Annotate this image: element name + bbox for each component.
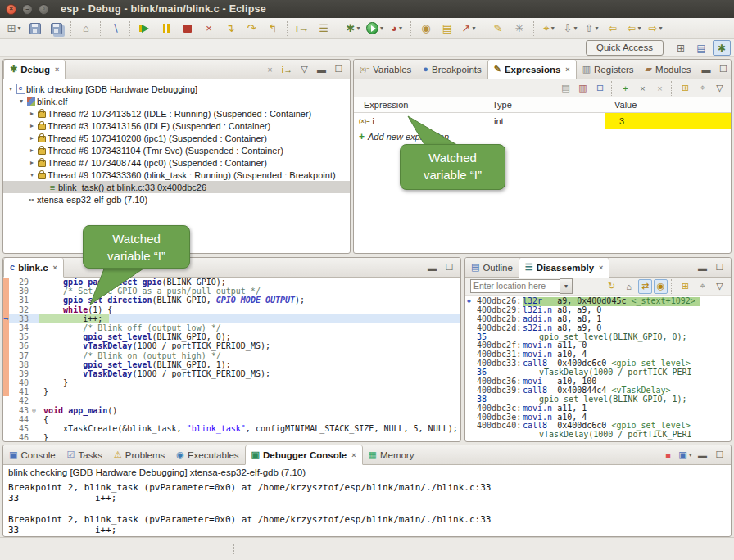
code-line-32[interactable]: 32 while(1) { [3, 305, 460, 314]
window-maximize-button[interactable]: ▫ [39, 4, 49, 15]
tab-executables[interactable]: ◉Executables [170, 445, 244, 464]
combo-dropdown-icon[interactable]: ▾ [560, 278, 573, 294]
dropdown-arrow-icon[interactable]: ▾ [573, 25, 577, 32]
disassembly-listing[interactable]: ◆400dbc26:l32r a9, 0x400d045c <_stext+10… [465, 296, 731, 440]
remove-all-terminated-button[interactable]: × [262, 62, 278, 77]
code-line-35[interactable]: 35 gpio_set_level(BLINK_GPIO, 0); [3, 332, 460, 341]
code-line-40[interactable]: 40 } [3, 378, 460, 387]
code-line-43[interactable]: 43⊖void app_main() [3, 406, 460, 415]
close-tab-icon[interactable]: × [351, 451, 356, 459]
tab-memory[interactable]: ▦Memory [363, 445, 420, 464]
tree-expander-icon[interactable]: ▾ [17, 97, 25, 105]
debug-tree-item[interactable]: ▾Thread #9 1073433360 (blink_task : Runn… [3, 169, 350, 181]
debug-tree-item[interactable]: ▸Thread #5 1073410208 (ipc1) (Suspended … [3, 132, 350, 144]
code-line-33[interactable]: →33 i++; [3, 314, 460, 323]
remove-expression-button[interactable]: × [635, 81, 650, 96]
window-minimize-button[interactable]: – [22, 4, 33, 15]
step-over-button[interactable]: ↷ [242, 20, 261, 38]
tab-tasks[interactable]: ☑Tasks [61, 445, 108, 464]
debug-tree-item[interactable]: ▸Thread #7 1073408744 (ipc0) (Suspended … [3, 156, 350, 169]
minimize-button[interactable]: ▬ [314, 62, 329, 77]
refresh-button[interactable]: ↻ [604, 279, 619, 294]
dropdown-arrow-icon[interactable]: ▾ [659, 25, 662, 32]
format-button[interactable]: ✎ [488, 20, 508, 38]
minimize-button[interactable]: ▬ [695, 260, 710, 275]
code-line-39[interactable]: 39 vTaskDelay(1000 / portTICK_PERIOD_MS)… [3, 369, 460, 378]
code-line-36[interactable]: 36 vTaskDelay(1000 / portTICK_PERIOD_MS)… [3, 341, 460, 350]
dropdown-arrow-icon[interactable]: ▾ [472, 25, 475, 32]
pin-view-button[interactable]: ⌖ [695, 81, 710, 96]
location-combo[interactable]: Enter location here▾ [470, 278, 573, 294]
new-view-button[interactable]: ⊞ [677, 81, 693, 96]
forward-button[interactable]: ⇨▾ [646, 20, 665, 38]
code-line-31[interactable]: 31 gpio_set_direction(BLINK_GPIO, GPIO_M… [3, 296, 460, 305]
code-line-29[interactable]: 29 gpio_pad_select_gpio(BLINK_GPIO); [3, 278, 460, 287]
debug-tree-item[interactable]: ▸Thread #3 1073413156 (IDLE) (Suspended … [3, 120, 350, 132]
view-menu-button[interactable]: ▽ [712, 279, 727, 294]
code-editor[interactable]: 29 gpio_pad_select_gpio(BLINK_GPIO);30 /… [3, 278, 460, 442]
link-view-button[interactable]: ⌖ [695, 279, 710, 294]
show-logical-structures-button[interactable]: ▥ [575, 81, 591, 96]
add-expression-button[interactable]: + [618, 81, 633, 96]
fold-marker-icon[interactable]: ⊖ [32, 406, 39, 415]
remove-all-expressions-button[interactable]: × [652, 81, 668, 96]
expression-value[interactable]: 3 [605, 113, 731, 129]
sync-active-context-button[interactable]: ⇄ [638, 279, 652, 294]
close-tab-icon[interactable]: × [599, 264, 603, 272]
maximize-button[interactable]: ☐ [716, 62, 732, 77]
maximize-button[interactable]: ☐ [712, 260, 727, 275]
skip-all-breakpoints-button[interactable]: ∖ [106, 20, 125, 38]
tab-expressions[interactable]: ✎Expressions× [487, 60, 577, 79]
quick-access-button[interactable]: Quick Access [586, 40, 664, 56]
debug-button[interactable]: ✱▾ [343, 20, 363, 38]
back-button[interactable]: ⇦▾ [624, 20, 644, 38]
terminate-button[interactable] [178, 20, 197, 38]
debug-perspective-button[interactable]: ✱ [713, 40, 731, 56]
console-output[interactable]: Breakpoint 2, blink_task (pvParameter=0x… [3, 480, 731, 535]
run-button[interactable]: ▾ [365, 20, 385, 38]
tree-expander-icon[interactable]: ▸ [28, 134, 36, 142]
code-line-41[interactable]: 41} [3, 387, 460, 396]
suspend-button[interactable] [156, 20, 176, 38]
new-view-button[interactable]: ⊞ [677, 279, 693, 294]
dropdown-arrow-icon[interactable]: ▾ [689, 451, 692, 458]
disasm-instruction[interactable]: 400dbc3c:movi.n a11, 1 [465, 404, 731, 413]
tab-debugger-console[interactable]: ▣Debugger Console× [245, 445, 363, 465]
column-expression[interactable]: Expression [354, 100, 483, 110]
code-line-42[interactable]: 42 [3, 396, 460, 405]
dropdown-arrow-icon[interactable]: ▾ [595, 25, 598, 32]
column-divider[interactable] [605, 96, 605, 253]
tab-console[interactable]: ▣Console [3, 445, 61, 464]
code-line-44[interactable]: 44{ [3, 415, 460, 424]
view-menu-button[interactable]: ▽ [712, 81, 727, 96]
add-expression-row[interactable]: +Add new expression [354, 129, 731, 144]
tab-modules[interactable]: ▰Modules [640, 60, 697, 79]
tab-breakpoints[interactable]: ●Breakpoints [417, 60, 487, 79]
save-all-button[interactable] [47, 20, 66, 38]
tab-outline[interactable]: ▤Outline [465, 258, 519, 277]
code-line-38[interactable]: 38 gpio_set_level(BLINK_GPIO, 1); [3, 360, 460, 369]
code-line-46[interactable]: 46} [3, 433, 460, 442]
dropdown-arrow-icon[interactable]: ▾ [380, 25, 383, 32]
maximize-button[interactable]: ☐ [442, 260, 457, 275]
tree-expander-icon[interactable]: ▸ [28, 110, 36, 117]
code-line-45[interactable]: 45 xTaskCreate(&blink_task, "blink_task"… [3, 424, 460, 433]
minimize-button[interactable]: ▬ [424, 260, 440, 275]
instruction-stepping-mode-button[interactable]: i→ [279, 62, 295, 77]
disconnect-button[interactable]: × [199, 20, 219, 38]
debug-tree-item[interactable]: ▸Thread #6 1073431104 (Tmr Svc) (Suspend… [3, 144, 350, 156]
build-button[interactable]: ⌂ [76, 20, 96, 38]
tab-problems[interactable]: ⚠Problems [108, 445, 170, 464]
tab-registers[interactable]: ▥Registers [577, 60, 640, 79]
dropdown-arrow-icon[interactable]: ▾ [17, 25, 20, 32]
display-selected-console-button[interactable]: ▣▾ [677, 448, 693, 463]
tree-expander-icon[interactable]: ▸ [28, 122, 36, 129]
close-tab-icon[interactable]: × [565, 65, 569, 74]
minimize-button[interactable]: ▬ [695, 448, 710, 463]
open-perspective-button[interactable]: ⊞ [672, 40, 690, 56]
expression-row[interactable]: (x)=iint3 [354, 113, 731, 129]
launch-wizard-button[interactable]: ↗▾ [459, 20, 478, 38]
tree-expander-icon[interactable]: ▾ [7, 85, 15, 93]
show-type-names-button[interactable]: ▤ [558, 81, 573, 96]
save-button[interactable] [25, 20, 45, 38]
